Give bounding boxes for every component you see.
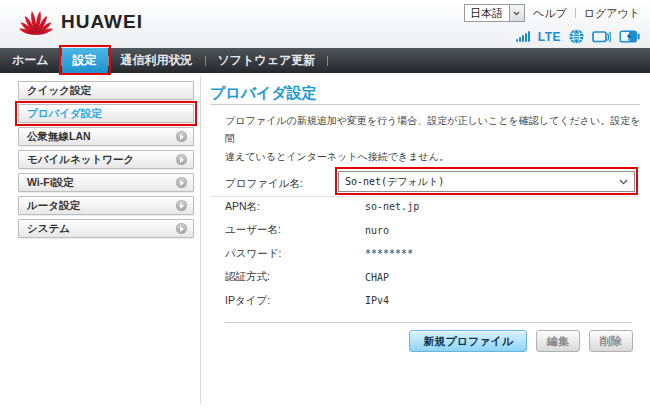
sidebar-item-label: クイック設定 bbox=[27, 84, 91, 98]
profile-name-selected-value: So-net(デフォルト) bbox=[345, 175, 444, 189]
help-link[interactable]: ヘルプ bbox=[533, 6, 567, 21]
nav-settings-label: 設定 bbox=[73, 52, 97, 69]
buttons-divider bbox=[225, 322, 632, 323]
sidebar: クイック設定 プロバイダ設定 公衆無線LAN モバイルネットワーク Wi-Fi設… bbox=[18, 81, 194, 238]
sidebar-item-router-settings[interactable]: ルータ設定 bbox=[18, 196, 194, 215]
circle-arrow-icon bbox=[176, 177, 187, 188]
globe-icon bbox=[569, 29, 584, 44]
nav-divider bbox=[327, 56, 328, 66]
language-select-value: 日本語 bbox=[465, 5, 509, 21]
title-divider bbox=[210, 104, 640, 105]
username-value: nuro bbox=[365, 225, 389, 236]
sidebar-content-divider bbox=[200, 76, 201, 404]
sidebar-item-label: モバイルネットワーク bbox=[27, 153, 134, 167]
ip-type-value: IPv4 bbox=[365, 295, 389, 306]
username-label: ユーザー名: bbox=[225, 223, 365, 237]
action-buttons: 新規プロファイル 編集 削除 bbox=[409, 330, 633, 352]
router-display-icon bbox=[592, 30, 611, 44]
field-row-apn: APN名: so-net.jp bbox=[225, 195, 555, 219]
sidebar-item-public-wlan[interactable]: 公衆無線LAN bbox=[18, 127, 194, 146]
description-text: プロファイルの新規追加や変更を行う場合、設定が正しいことを確認してください。設定… bbox=[225, 112, 649, 166]
brand-logo: HUAWEI bbox=[18, 6, 143, 38]
nav-data-usage[interactable]: 通信利用状況 bbox=[109, 48, 205, 73]
network-type-label: LTE bbox=[538, 30, 561, 44]
chevron-down-icon bbox=[509, 5, 524, 21]
password-label: パスワード: bbox=[225, 247, 365, 261]
circle-arrow-icon bbox=[176, 223, 187, 234]
apn-label: APN名: bbox=[225, 200, 365, 214]
sidebar-item-system[interactable]: システム bbox=[18, 219, 194, 238]
field-row-auth-type: 認証方式: CHAP bbox=[225, 266, 555, 290]
nav-home-label: ホーム bbox=[12, 52, 49, 69]
field-row-username: ユーザー名: nuro bbox=[225, 219, 555, 243]
profile-name-label: プロファイル名: bbox=[225, 177, 303, 191]
brand-name: HUAWEI bbox=[61, 11, 143, 33]
sidebar-item-quick-setup[interactable]: クイック設定 bbox=[18, 81, 194, 100]
nav-settings[interactable]: 設定 bbox=[62, 48, 108, 73]
new-profile-button[interactable]: 新規プロファイル bbox=[409, 330, 527, 352]
field-row-ip-type: IPタイプ: IPv4 bbox=[225, 289, 555, 313]
huawei-flower-icon bbox=[18, 6, 54, 38]
sidebar-item-label: プロバイダ設定 bbox=[27, 107, 102, 121]
sidebar-item-label: ルータ設定 bbox=[27, 199, 80, 213]
password-value: ******** bbox=[365, 248, 413, 259]
router-admin-page: HUAWEI 日本語 ヘルプ ログアウト LTE bbox=[0, 0, 650, 408]
nav-data-usage-label: 通信利用状況 bbox=[121, 52, 193, 69]
chevron-down-icon bbox=[619, 179, 628, 185]
circle-arrow-icon bbox=[176, 200, 187, 211]
sidebar-item-label: Wi-Fi設定 bbox=[27, 176, 74, 190]
auth-type-value: CHAP bbox=[365, 272, 389, 283]
circle-arrow-icon bbox=[176, 131, 187, 142]
header: HUAWEI 日本語 ヘルプ ログアウト LTE bbox=[0, 0, 650, 48]
battery-charging-icon bbox=[619, 30, 640, 43]
sidebar-item-wifi-settings[interactable]: Wi-Fi設定 bbox=[18, 173, 194, 192]
sidebar-item-label: システム bbox=[27, 222, 70, 236]
sidebar-item-label: 公衆無線LAN bbox=[27, 130, 91, 144]
signal-bars-icon bbox=[516, 31, 530, 42]
profile-name-select[interactable]: So-net(デフォルト) bbox=[338, 171, 635, 192]
apn-value: so-net.jp bbox=[365, 201, 419, 212]
nav-software-update-label: ソフトウェア更新 bbox=[218, 52, 316, 69]
auth-type-label: 認証方式: bbox=[225, 270, 365, 284]
profile-detail-fields: APN名: so-net.jp ユーザー名: nuro パスワード: *****… bbox=[225, 195, 555, 313]
field-row-password: パスワード: ******** bbox=[225, 242, 555, 266]
main-nav: ホーム 設定 通信利用状況 ソフトウェア更新 bbox=[0, 48, 650, 73]
page-title: プロバイダ設定 bbox=[210, 84, 317, 103]
edit-button[interactable]: 編集 bbox=[536, 330, 580, 352]
circle-arrow-icon bbox=[176, 154, 187, 165]
link-divider bbox=[575, 8, 576, 18]
sidebar-item-mobile-network[interactable]: モバイルネットワーク bbox=[18, 150, 194, 169]
ip-type-label: IPタイプ: bbox=[225, 294, 365, 308]
delete-button[interactable]: 削除 bbox=[589, 330, 633, 352]
status-icons: LTE bbox=[516, 29, 640, 44]
nav-software-update[interactable]: ソフトウェア更新 bbox=[206, 48, 328, 73]
language-select[interactable]: 日本語 bbox=[464, 4, 525, 22]
sidebar-item-provider-settings[interactable]: プロバイダ設定 bbox=[18, 104, 194, 123]
top-links: 日本語 ヘルプ ログアウト bbox=[464, 4, 640, 22]
nav-home[interactable]: ホーム bbox=[0, 48, 61, 73]
logout-link[interactable]: ログアウト bbox=[584, 6, 640, 21]
